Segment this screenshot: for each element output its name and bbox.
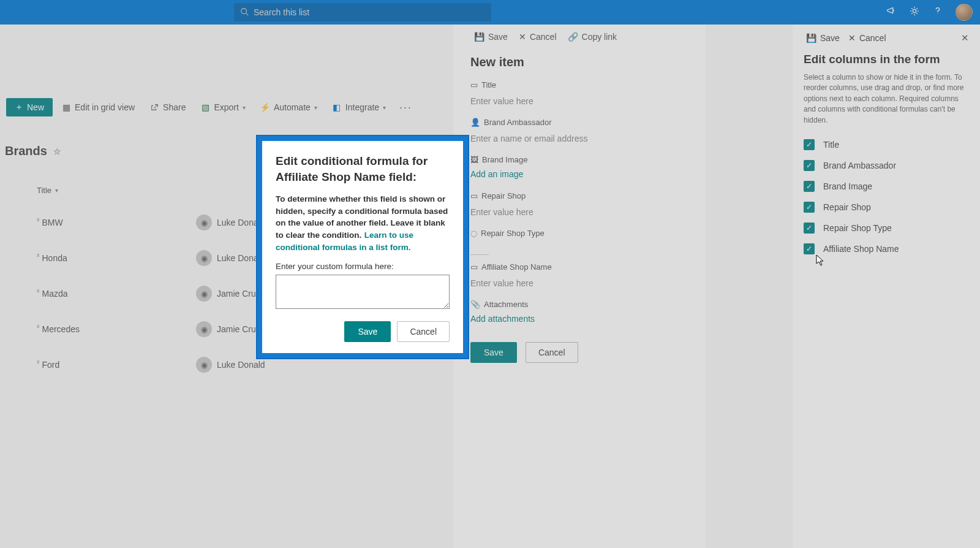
help-icon[interactable]: [932, 6, 943, 19]
integrate-button[interactable]: ◧ Integrate ▾: [326, 99, 392, 116]
brand-ambassador-field[interactable]: [470, 129, 688, 148]
form-cancel-button[interactable]: Cancel: [526, 342, 578, 363]
field-label-title: Title: [481, 80, 496, 89]
col-item-label: Repair Shop Type: [823, 223, 892, 233]
cols-description: Select a column to show or hide it in th…: [793, 72, 980, 134]
col-item-affiliate-shop-name[interactable]: ✓Affiliate Shop Name: [804, 238, 969, 259]
field-label-affiliate-shop-name: Affiliate Shop Name: [481, 262, 552, 272]
automate-button[interactable]: ⚡ Automate ▾: [254, 99, 323, 116]
choice-icon: ◌: [470, 229, 477, 238]
save-icon: 💾: [474, 32, 484, 42]
col-item-repair-shop-type[interactable]: ✓Repair Shop Type: [804, 218, 969, 238]
modal-save-button[interactable]: Save: [344, 321, 391, 342]
avatar[interactable]: [956, 4, 973, 21]
modal-cancel-button[interactable]: Cancel: [397, 321, 450, 342]
repair-shop-type-field[interactable]: [470, 240, 489, 255]
col-item-label: Brand Image: [823, 181, 872, 191]
person-icon: ◉: [196, 215, 212, 230]
image-icon: 🖼: [470, 155, 478, 164]
cell-person: Luke Donald: [217, 360, 265, 370]
col-item-brand-ambassador[interactable]: ✓Brand Ambassador: [804, 155, 969, 176]
field-label-repair-shop-type: Repair Shop Type: [481, 229, 545, 238]
integrate-label: Integrate: [345, 102, 379, 112]
copy-link-button[interactable]: 🔗 Copy link: [564, 31, 621, 43]
svg-line-1: [246, 13, 249, 15]
col-item-label: Title: [823, 140, 839, 150]
cancel-label: Cancel: [859, 33, 886, 43]
col-item-brand-image[interactable]: ✓Brand Image: [804, 176, 969, 197]
form-cancel-button[interactable]: ✕ Cancel: [515, 31, 560, 43]
col-item-repair-shop[interactable]: ✓Repair Shop: [804, 197, 969, 218]
excel-icon: ▧: [200, 102, 210, 112]
text-icon: ▭: [470, 80, 478, 89]
checkbox-checked-icon[interactable]: ✓: [804, 181, 815, 192]
megaphone-icon[interactable]: [886, 6, 897, 19]
new-label: New: [27, 102, 44, 112]
link-icon: 🔗: [568, 32, 578, 42]
chevron-down-icon: ▾: [243, 104, 246, 111]
text-icon: ▭: [470, 191, 478, 200]
save-label: Save: [488, 32, 508, 42]
add-image-link[interactable]: Add an image: [470, 167, 523, 184]
formula-textarea[interactable]: [276, 275, 450, 309]
cols-save-button[interactable]: 💾 Save: [804, 32, 842, 44]
title-field[interactable]: [470, 92, 688, 110]
search-icon: [240, 7, 249, 18]
integrate-icon: ◧: [332, 102, 342, 112]
checkbox-checked-icon[interactable]: ✓: [804, 223, 815, 234]
modal-description: To determine whether this field is shown…: [276, 194, 448, 240]
export-button[interactable]: ▧ Export ▾: [194, 99, 251, 116]
share-icon: [149, 102, 159, 112]
person-icon: ◉: [196, 286, 212, 302]
search-input[interactable]: [254, 7, 485, 17]
checkbox-checked-icon[interactable]: ✓: [804, 202, 815, 213]
save-icon: 💾: [806, 33, 816, 43]
form-heading: New item: [453, 47, 706, 77]
svg-point-0: [241, 8, 247, 13]
form-panel-toolbar: 💾 Save ✕ Cancel 🔗 Copy link: [453, 25, 706, 47]
field-label-attachments: Attachments: [484, 300, 528, 309]
checkbox-checked-icon[interactable]: ✓: [804, 243, 815, 254]
grid-icon: ▦: [61, 102, 71, 112]
edit-columns-panel: 💾 Save ✕ Cancel ✕ Edit columns in the fo…: [793, 25, 980, 548]
checkbox-checked-icon[interactable]: ✓: [804, 160, 815, 171]
form-save-button[interactable]: 💾 Save: [470, 31, 511, 43]
search-box[interactable]: [234, 3, 491, 21]
close-icon: ✕: [848, 33, 856, 43]
new-button[interactable]: ＋ New: [6, 98, 53, 116]
automate-icon: ⚡: [260, 102, 270, 112]
checkbox-checked-icon[interactable]: ✓: [804, 139, 815, 150]
svg-point-2: [913, 9, 916, 12]
gear-icon[interactable]: [909, 6, 920, 19]
col-item-label: Affiliate Shop Name: [823, 244, 899, 254]
affiliate-shop-name-field[interactable]: [470, 274, 688, 292]
command-bar: ＋ New ▦ Edit in grid view Share ▧ Export…: [6, 98, 417, 116]
app-header: [0, 0, 980, 25]
conditional-formula-modal: Edit conditional formula for Affiliate S…: [256, 135, 469, 359]
col-title[interactable]: Title ▾: [37, 186, 159, 195]
person-icon: 👤: [470, 118, 480, 127]
panel-close-icon[interactable]: ✕: [961, 32, 969, 44]
cols-cancel-button[interactable]: ✕ Cancel: [846, 32, 889, 44]
more-button[interactable]: ···: [394, 101, 417, 114]
star-icon[interactable]: ☆: [53, 147, 61, 156]
formula-label: Enter your custom formula here:: [276, 262, 450, 271]
repair-shop-field[interactable]: [470, 203, 688, 221]
col-item-title[interactable]: ✓Title: [804, 134, 969, 155]
form-save-button[interactable]: Save: [470, 342, 517, 363]
chevron-down-icon: ▾: [383, 104, 386, 111]
save-label: Save: [820, 33, 840, 43]
share-button[interactable]: Share: [143, 99, 192, 116]
field-label-repair-shop: Repair Shop: [481, 191, 526, 200]
export-label: Export: [214, 102, 238, 112]
person-icon: ◉: [196, 357, 212, 373]
copylink-label: Copy link: [582, 32, 617, 42]
cancel-label: Cancel: [530, 32, 557, 42]
new-item-panel: 💾 Save ✕ Cancel 🔗 Copy link New item ▭Ti…: [453, 25, 706, 548]
cell-title: Mazda: [42, 289, 68, 299]
plus-icon: ＋: [15, 102, 23, 113]
add-attachments-link[interactable]: Add attachments: [470, 311, 535, 329]
list-title-text: Brands: [5, 144, 47, 158]
edit-grid-button[interactable]: ▦ Edit in grid view: [55, 99, 141, 116]
close-icon: ✕: [519, 32, 526, 42]
